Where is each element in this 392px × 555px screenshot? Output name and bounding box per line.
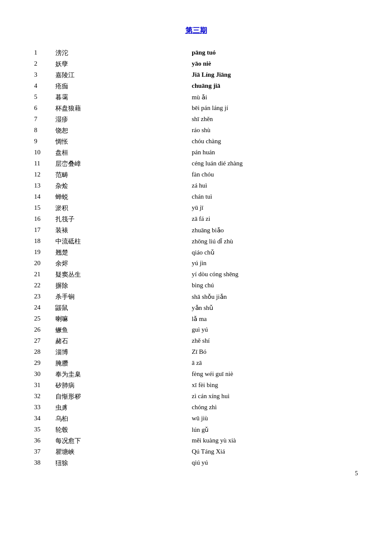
table-row: 22摒除bìng chú (34, 280, 358, 291)
entry-chinese: 疑窦丛生 (55, 269, 192, 280)
entry-pinyin: Qú Táng Xiá (192, 446, 358, 457)
entry-chinese: 鳜鱼 (55, 324, 192, 335)
entry-number: 2 (34, 58, 55, 69)
page-number: 5 (355, 470, 358, 477)
entry-number: 6 (34, 103, 55, 114)
entry-number: 11 (34, 158, 55, 169)
page-title: 第三期 (34, 26, 358, 35)
entry-number: 16 (34, 214, 55, 225)
table-row: 21疑窦丛生yí dòu cóng shēng (34, 269, 358, 280)
table-row: 23杀手锏shā shǒu jiǎn (34, 291, 358, 302)
entry-chinese: 轮毂 (55, 424, 192, 435)
entry-pinyin: pāng tuó (192, 47, 358, 58)
entry-number: 23 (34, 291, 55, 302)
entry-number: 3 (34, 69, 55, 81)
table-row: 36每况愈下měi kuàng yù xià (34, 435, 358, 446)
entry-number: 35 (34, 424, 55, 435)
entry-pinyin: yū jī (192, 202, 358, 214)
table-row: 7湿疹shī zhěn (34, 114, 358, 125)
table-row: 28淄博Zī Bó (34, 347, 358, 358)
entry-chinese: 每况愈下 (55, 435, 192, 446)
table-row: 18中流砥柱zhōng liú dǐ zhù (34, 236, 358, 247)
entry-pinyin: lún gǔ (192, 424, 358, 435)
table-row: 32自惭形秽zì cán xíng huì (34, 391, 358, 402)
entry-number: 14 (34, 191, 55, 202)
entry-number: 20 (34, 258, 55, 269)
entry-chinese: 狃狳 (55, 457, 192, 468)
entry-number: 19 (34, 247, 55, 258)
entry-pinyin: zhě shí (192, 335, 358, 347)
entry-number: 13 (34, 180, 55, 191)
entry-pinyin: ā zā (192, 358, 358, 369)
entry-pinyin: ráo shù (192, 125, 358, 136)
entry-pinyin: xī fèi bìng (192, 380, 358, 391)
entry-chinese: 杀手锏 (55, 291, 192, 302)
table-row: 20余烬yú jìn (34, 258, 358, 269)
table-row: 2妖孽yāo niè (34, 58, 358, 69)
entry-pinyin: pán huán (192, 147, 358, 158)
entry-pinyin: Zī Bó (192, 347, 358, 358)
entry-number: 26 (34, 324, 55, 335)
entry-number: 17 (34, 225, 55, 236)
table-row: 34乌桕wū jiù (34, 413, 358, 424)
entry-chinese: 装裱 (55, 225, 192, 236)
entry-pinyin: Jiā Líng Jiāng (192, 69, 358, 81)
entry-pinyin: wū jiù (192, 413, 358, 424)
entry-pinyin: shī zhěn (192, 114, 358, 125)
table-row: 16扎筏子zā fá zi (34, 214, 358, 225)
entry-chinese: 虫豸 (55, 402, 192, 413)
entry-chinese: 扎筏子 (55, 214, 192, 225)
entry-pinyin: bìng chú (192, 280, 358, 291)
entry-pinyin: chán tuì (192, 191, 358, 202)
entry-number: 25 (34, 313, 55, 324)
table-row: 35轮毂lún gǔ (34, 424, 358, 435)
entry-number: 12 (34, 169, 55, 180)
entry-chinese: 余烬 (55, 258, 192, 269)
entry-chinese: 杂烩 (55, 180, 192, 191)
table-row: 19翘楚qiáo chǔ (34, 247, 358, 258)
entry-pinyin: yí dòu cóng shēng (192, 269, 358, 280)
entry-chinese: 滂沱 (55, 47, 192, 58)
entry-pinyin: chóu chàng (192, 136, 358, 147)
entry-number: 1 (34, 47, 55, 58)
entry-number: 24 (34, 302, 55, 313)
entry-number: 33 (34, 402, 55, 413)
table-row: 3嘉陵江Jiā Líng Jiāng (34, 69, 358, 81)
table-row: 13杂烩zá huì (34, 180, 358, 191)
entry-pinyin: shā shǒu jiǎn (192, 291, 358, 302)
table-row: 26鳜鱼guì yú (34, 324, 358, 335)
table-row: 6杯盘狼藉bēi pán láng jí (34, 103, 358, 114)
table-row: 37瞿塘峡Qú Táng Xiá (34, 446, 358, 457)
entry-chinese: 暮霭 (55, 92, 192, 103)
entry-number: 34 (34, 413, 55, 424)
table-row: 1滂沱pāng tuó (34, 47, 358, 58)
table-row: 5暮霭mù ǎi (34, 92, 358, 103)
entry-pinyin: bēi pán láng jí (192, 103, 358, 114)
entry-chinese: 杯盘狼藉 (55, 103, 192, 114)
table-row: 33虫豸chóng zhì (34, 402, 358, 413)
page-container: 第三期 1滂沱pāng tuó2妖孽yāo niè3嘉陵江Jiā Líng Ji… (0, 0, 392, 494)
table-row: 25喇嘛lǎ ma (34, 313, 358, 324)
entry-chinese: 湿疹 (55, 114, 192, 125)
entry-pinyin: yǎn shǔ (192, 302, 358, 313)
entry-chinese: 瞿塘峡 (55, 446, 192, 457)
entry-chinese: 奉为圭臬 (55, 369, 192, 380)
table-row: 10盘桓pán huán (34, 147, 358, 158)
entry-number: 21 (34, 269, 55, 280)
table-row: 8饶恕ráo shù (34, 125, 358, 136)
entry-number: 5 (34, 92, 55, 103)
entry-pinyin: mù ǎi (192, 92, 358, 103)
entry-chinese: 饶恕 (55, 125, 192, 136)
entry-number: 27 (34, 335, 55, 347)
entry-number: 9 (34, 136, 55, 147)
entry-chinese: 腌臜 (55, 358, 192, 369)
table-row: 17装裱zhuāng biǎo (34, 225, 358, 236)
entry-number: 30 (34, 369, 55, 380)
entry-chinese: 妖孽 (55, 58, 192, 69)
entry-pinyin: zhōng liú dǐ zhù (192, 236, 358, 247)
table-row: 12范畴fàn chóu (34, 169, 358, 180)
table-row: 9惆怅chóu chàng (34, 136, 358, 147)
entry-chinese: 蝉蜕 (55, 191, 192, 202)
entry-chinese: 矽肺病 (55, 380, 192, 391)
entry-pinyin: fàn chóu (192, 169, 358, 180)
